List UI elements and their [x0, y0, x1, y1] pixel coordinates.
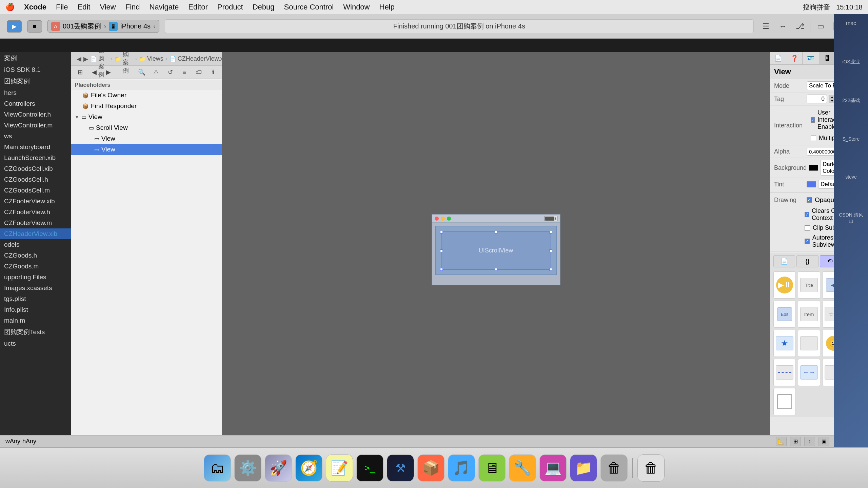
scheme-selector[interactable]: A 001丢购案例 › 📱 iPhone 4s ‹: [47, 20, 159, 33]
run-button[interactable]: ▶: [7, 20, 22, 33]
resize-handle-bc[interactable]: [495, 268, 497, 271]
inspector-tab-identity[interactable]: 🪪: [803, 52, 819, 64]
sidebar-item-10[interactable]: CZGoodsCell.xib: [0, 163, 71, 174]
sidebar-item-5[interactable]: ViewController.h: [0, 109, 71, 120]
sidebar-item-26[interactable]: ucts: [0, 338, 71, 349]
window-zoom-dot[interactable]: [447, 217, 451, 221]
component-star-button[interactable]: ★: [773, 330, 796, 357]
opaque-checkbox[interactable]: ✓: [807, 197, 812, 203]
sidebar-item-main-storyboard[interactable]: Main.storyboard: [0, 142, 71, 152]
dock-icon-11[interactable]: 🔧: [509, 454, 536, 482]
menu-edit[interactable]: Edit: [77, 3, 90, 12]
inspector-tab-quick[interactable]: ❓: [786, 52, 803, 64]
dock-icon-8[interactable]: 📦: [417, 454, 445, 482]
sidebar-item-1[interactable]: iOS SDK 8.1: [0, 64, 71, 75]
dock-icon-12[interactable]: 💻: [539, 454, 567, 482]
sidebar-item-13[interactable]: CZFooterView.xib: [0, 196, 71, 207]
window-close-dot[interactable]: [435, 217, 439, 221]
sidebar-item-18[interactable]: CZGoods.h: [0, 250, 71, 261]
editor-standard-btn[interactable]: ☰: [759, 20, 773, 33]
sidebar-item-2[interactable]: 团购案例: [0, 75, 71, 87]
resize-handle-bl[interactable]: [440, 268, 443, 271]
sidebar-item-24[interactable]: main.m: [0, 315, 71, 326]
editor-version-btn[interactable]: ⎇: [793, 20, 807, 33]
nav-back[interactable]: ◀: [88, 67, 100, 77]
sidebar-item-17[interactable]: odels: [0, 239, 71, 250]
search-icon[interactable]: 🔍: [136, 67, 148, 77]
component-arrows-h[interactable]: ←→: [798, 359, 820, 386]
warning-icon[interactable]: ⚠: [150, 67, 162, 77]
window-minimize-dot[interactable]: [441, 217, 445, 221]
sidebar-item-7[interactable]: ws: [0, 131, 71, 142]
layout-icon-4[interactable]: ▣: [818, 437, 829, 446]
sidebar-item-19[interactable]: CZGoods.m: [0, 261, 71, 272]
tree-view-root[interactable]: ▼ ▭ View: [71, 111, 222, 122]
resize-handle-mr[interactable]: [549, 249, 552, 252]
refresh-icon[interactable]: ↺: [164, 67, 176, 77]
menu-window[interactable]: Window: [343, 3, 370, 12]
component-square[interactable]: [773, 388, 796, 415]
inspector-tab-attributes[interactable]: 🎛: [819, 52, 835, 64]
dock-finder[interactable]: 🗂: [204, 454, 231, 482]
layout-icon-2[interactable]: ⊞: [790, 437, 801, 446]
clears-graphics-checkbox[interactable]: ✓: [805, 212, 809, 217]
resize-handle-br[interactable]: [549, 268, 552, 271]
stop-button[interactable]: ■: [27, 20, 42, 33]
background-color-swatch[interactable]: [809, 165, 818, 171]
menu-view[interactable]: View: [100, 3, 116, 12]
menu-source-control[interactable]: Source Control: [284, 3, 334, 12]
sidebar-item-22[interactable]: tgs.plist: [0, 293, 71, 304]
menu-product[interactable]: Product: [217, 3, 243, 12]
clip-subviews-checkbox[interactable]: [805, 225, 810, 231]
component-tab-bar-item[interactable]: Item: [798, 301, 820, 328]
sidebar-item-11[interactable]: CZGoodsCell.h: [0, 174, 71, 185]
component-navigation-bar[interactable]: Title: [798, 271, 820, 299]
component-blank[interactable]: [798, 330, 820, 357]
user-interaction-checkbox[interactable]: ✓: [811, 117, 815, 123]
layout-icon-3[interactable]: ↕: [804, 437, 815, 446]
sidebar-item-9[interactable]: LaunchScreen.xib: [0, 152, 71, 163]
tree-scroll-view[interactable]: ▭ Scroll View: [71, 122, 222, 133]
dock-safari[interactable]: 🧭: [295, 454, 322, 482]
tag-value[interactable]: 0: [807, 95, 827, 103]
component-media-player[interactable]: ▶⏸: [773, 271, 796, 299]
dock-launchpad[interactable]: 🚀: [265, 454, 292, 482]
dock-terminal[interactable]: >_: [356, 454, 383, 482]
resize-handle-tl[interactable]: [440, 231, 443, 233]
sidebar-item-12[interactable]: CZGoodsCell.m: [0, 185, 71, 196]
tree-first-responder[interactable]: 📦 First Responder: [71, 101, 222, 111]
lib-tab-code[interactable]: {}: [796, 255, 818, 267]
layout-icon-1[interactable]: 📐: [776, 437, 787, 446]
layout-btn-1[interactable]: ▭: [814, 20, 827, 33]
view-toggle-grid[interactable]: ⊞: [74, 67, 86, 77]
dock-icon-9[interactable]: 🎵: [448, 454, 475, 482]
inspector-tab-file[interactable]: 📄: [770, 52, 786, 64]
dock-xcode[interactable]: ⚒: [387, 454, 414, 482]
editor-assistant-btn[interactable]: ↔: [776, 20, 790, 33]
menu-editor[interactable]: Editor: [188, 3, 208, 12]
tree-files-owner[interactable]: 📦 File's Owner: [71, 90, 222, 101]
tag-icon[interactable]: 🏷: [193, 67, 205, 77]
tree-view-1[interactable]: ▭ View: [71, 133, 222, 144]
component-dotted-h[interactable]: [773, 359, 796, 386]
resize-handle-ml[interactable]: [440, 249, 443, 252]
tree-view-2-selected[interactable]: ▭ View: [71, 144, 222, 155]
sidebar-item-20[interactable]: upporting Files: [0, 272, 71, 283]
resize-handle-tc[interactable]: [495, 231, 497, 233]
dock-icon-14[interactable]: 🗑: [600, 454, 628, 482]
sidebar-item-0[interactable]: 案例: [0, 52, 71, 64]
sidebar-item-23[interactable]: Info.plist: [0, 304, 71, 315]
menu-find[interactable]: Find: [125, 3, 140, 12]
list-icon[interactable]: ≡: [178, 67, 191, 77]
dock-notes[interactable]: 📝: [326, 454, 353, 482]
lib-tab-files[interactable]: 📄: [773, 255, 795, 267]
menu-xcode[interactable]: Xcode: [24, 3, 46, 12]
dock-icon-trash[interactable]: 🗑: [637, 454, 665, 482]
info-icon[interactable]: ℹ: [207, 67, 219, 77]
sidebar-item-4[interactable]: Controllers: [0, 98, 71, 109]
canvas-area[interactable]: UIScrollView: [222, 52, 770, 447]
resize-handle-tr[interactable]: [549, 231, 552, 233]
dock-settings[interactable]: ⚙️: [234, 454, 261, 482]
sidebar-item-14[interactable]: CZFooterView.h: [0, 207, 71, 218]
sidebar-item-3[interactable]: hers: [0, 87, 71, 98]
